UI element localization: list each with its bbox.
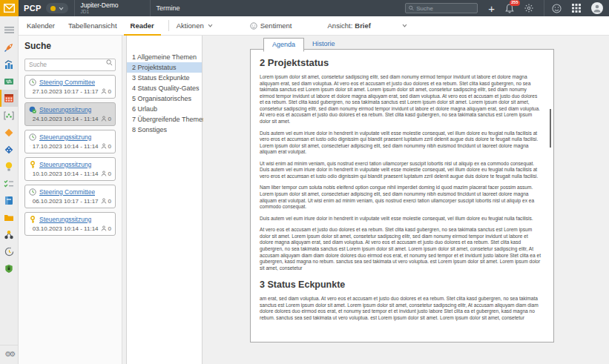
icon-sidebar: ⚙⚙: [0, 16, 19, 364]
view-select[interactable]: Ansicht: Brief: [328, 21, 407, 30]
meeting-date: 24.10.2023 10:14 - 11:14: [33, 116, 99, 122]
participants-icon: [101, 225, 107, 231]
tab-agenda[interactable]: Agenda: [263, 38, 304, 52]
meeting-date: 27.10.2023 10:17 - 11:17: [33, 88, 99, 95]
workspace-switcher[interactable]: Jupiter-Demo JD1: [81, 2, 119, 14]
clock-status-icon: [29, 133, 36, 141]
global-search[interactable]: [405, 3, 478, 13]
meeting-card[interactable]: Steuerungssitzung 10.10.2023 10:14 - 11:…: [24, 157, 116, 181]
agenda-item[interactable]: 5 Organisatorisches: [127, 93, 202, 104]
grid-icon: [572, 4, 581, 13]
actions-label: Aktionen: [177, 21, 204, 30]
tab-tabellenansicht[interactable]: Tabellenansicht: [62, 16, 124, 36]
section-heading: 2 Projektstatus: [260, 57, 541, 68]
rocket-icon: [4, 42, 14, 53]
sidebar-item-transfer[interactable]: [0, 73, 18, 90]
meeting-card-selected[interactable]: Steuerungssitzung 24.10.2023 10:14 - 11:…: [24, 102, 116, 126]
tab-historie[interactable]: Historie: [304, 38, 343, 51]
sentiment-icon: [250, 22, 257, 30]
meeting-date: 03.10.2023 10:14 - 11:14: [33, 225, 99, 232]
meeting-search-input[interactable]: [24, 59, 116, 71]
section-paragraph: am erat, sed diam voluptua. At vero eos …: [260, 296, 541, 321]
history-clock-icon: [4, 247, 14, 257]
participants-icon: [101, 143, 107, 149]
section-paragraph: Duis autem vel eum iriure dolor in hendr…: [260, 216, 541, 222]
user-avatar[interactable]: [591, 2, 603, 14]
section-paragraph: Lorem ipsum dolor sit amet, consetetur s…: [260, 74, 541, 125]
sidebar-item-organization[interactable]: [0, 226, 18, 243]
add-button[interactable]: +: [488, 3, 495, 14]
shield-lock-icon: [4, 264, 13, 274]
participants-icon: [101, 88, 107, 94]
sidebar-item-calendar[interactable]: [0, 90, 18, 107]
meeting-link[interactable]: Steuerungssitzung: [39, 133, 91, 141]
agenda-item[interactable]: 3 Status Eckpunkte: [127, 73, 202, 83]
section-paragraph: Duis autem vel eum iriure dolor in hendr…: [260, 130, 541, 156]
sidebar-settings-button[interactable]: ⚙⚙: [0, 345, 19, 358]
menu-icon: [4, 27, 14, 33]
agenda-item[interactable]: 7 Übergreifende Themen: [127, 114, 202, 125]
agenda-item-selected[interactable]: 2 Projektstatus: [127, 62, 202, 73]
participants-icon: [101, 198, 107, 204]
meeting-card[interactable]: Steuerungssitzung 03.10.2023 10:14 - 11:…: [24, 212, 116, 236]
smiley-icon: [552, 4, 562, 13]
notifications-button[interactable]: 255: [505, 4, 514, 13]
participant-count: 0: [108, 225, 111, 232]
meeting-link[interactable]: Steuerungssitzung: [39, 161, 91, 168]
meeting-card[interactable]: Steering Committee 27.10.2023 10:17 - 11…: [24, 75, 116, 99]
settings-button[interactable]: [524, 4, 533, 13]
calendar-small-icon: [30, 116, 30, 122]
agenda-item[interactable]: 1 Allgemeine Themen: [127, 52, 202, 62]
meeting-link[interactable]: Steuerungssitzung: [39, 106, 91, 113]
book-icon: [4, 196, 13, 205]
agenda-item[interactable]: 6 Urlaub: [127, 104, 202, 114]
status-dropdown[interactable]: [46, 3, 68, 13]
workspace-name: Jupiter-Demo: [81, 2, 119, 9]
sidebar-item-rocket[interactable]: [0, 39, 18, 56]
sidebar-item-ideas[interactable]: [0, 158, 18, 175]
sidebar-item-charts[interactable]: [0, 56, 18, 73]
sentiment-label: Sentiment: [260, 21, 292, 30]
participants-icon: [101, 116, 107, 122]
top-bar: PCP Jupiter-Demo JD1 Termine + 255: [0, 0, 609, 16]
agenda-item[interactable]: 4 Status Quality-Gates: [127, 83, 202, 93]
view-label: Ansicht:: [328, 21, 353, 30]
agenda-item[interactable]: 8 Sonstiges: [127, 125, 202, 135]
actions-dropdown[interactable]: Aktionen: [177, 21, 213, 30]
document-scrollbar[interactable]: [550, 109, 551, 148]
meeting-search-field: [24, 56, 116, 71]
org-chart-icon: [4, 230, 14, 239]
sidebar-item-files[interactable]: [0, 209, 18, 226]
app-launcher-button[interactable]: [572, 4, 581, 13]
participant-count: 0: [108, 143, 111, 150]
meeting-link[interactable]: Steering Committee: [39, 79, 95, 86]
meeting-link[interactable]: Steuerungssitzung: [39, 216, 91, 223]
meeting-card[interactable]: Steuerungssitzung 17.10.2023 10:14 - 11:…: [24, 130, 116, 153]
app-logo-icon[interactable]: [0, 0, 19, 16]
feedback-button[interactable]: [552, 4, 562, 13]
meeting-card[interactable]: Steering Committee 06.10.2023 10:17 - 11…: [24, 185, 116, 208]
participant-count: 0: [108, 116, 111, 122]
reader-tabs: Agenda Historie: [263, 38, 343, 51]
sidebar-item-security[interactable]: [0, 260, 18, 277]
meeting-link[interactable]: Steering Committee: [39, 188, 95, 196]
divider: [74, 0, 75, 16]
meeting-date: 06.10.2023 10:17 - 11:17: [33, 198, 99, 205]
sidebar-item-diamond-blue[interactable]: [0, 141, 18, 158]
lightbulb-icon: [4, 162, 13, 172]
sidebar-item-presentation[interactable]: [0, 107, 18, 124]
divider: [544, 0, 544, 16]
tab-reader[interactable]: Reader: [124, 16, 161, 36]
global-search-input[interactable]: [416, 5, 474, 12]
sidebar-item-documents[interactable]: [0, 192, 18, 209]
approved-check-icon: [29, 106, 36, 113]
menu-button[interactable]: [0, 21, 18, 39]
module-tab-termine[interactable]: Termine: [157, 4, 180, 12]
person-icon: [593, 4, 602, 13]
sidebar-item-diamond-orange[interactable]: [0, 124, 18, 141]
tab-kalender[interactable]: Kalender: [20, 16, 62, 36]
sidebar-item-tasks[interactable]: [0, 175, 18, 192]
sidebar-item-history[interactable]: [0, 243, 18, 260]
sentiment-button[interactable]: Sentiment: [250, 21, 292, 30]
chevron-down-icon: [402, 24, 407, 27]
